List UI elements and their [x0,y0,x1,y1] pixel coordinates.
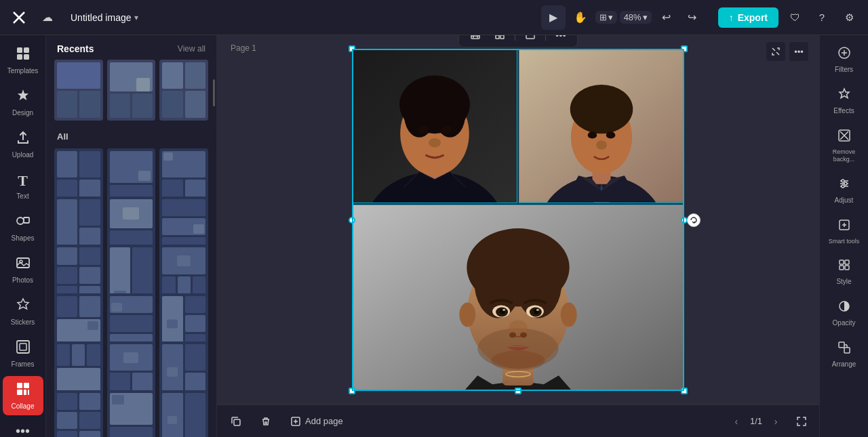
svg-point-73 [842,185,844,188]
prev-page-button[interactable]: ‹ [728,413,745,430]
filters-label: Filters [835,66,853,74]
canvas-more-button[interactable]: ••• [789,42,808,61]
svg-rect-22 [526,35,534,39]
effects-tool[interactable]: Effects [824,82,865,121]
main-area: Templates Design Upload T Text [0,35,868,437]
frame-tool-button[interactable]: ⊞ ▾ [595,11,617,24]
collage-cell-3[interactable] [352,205,684,391]
next-page-button[interactable]: › [768,413,784,430]
frame-tool-button[interactable] [519,35,541,44]
stickers-label: Stickers [11,318,35,326]
svg-rect-2 [17,47,22,53]
app-logo[interactable] [8,7,30,28]
smart-tools-tool[interactable]: Smart tools [824,213,865,251]
design-label: Design [12,109,33,117]
toolbar-divider-2 [545,35,546,41]
canvas-more-icon: ••• [794,47,804,57]
collage-cell-1[interactable] [352,49,517,203]
crop-tool-button[interactable] [465,35,486,44]
right-panel: Filters Effects Remove backg... [819,35,868,437]
undo-icon: ↩ [662,11,671,24]
collage-icon [16,381,31,400]
photos-label: Photos [12,276,33,284]
shield-button[interactable]: 🛡 [784,7,806,28]
opacity-tool[interactable]: Opacity [824,294,865,333]
handle-bottom-left[interactable] [349,388,355,394]
svg-rect-10 [17,341,29,353]
svg-rect-20 [496,35,499,39]
template-thumb-17[interactable] [107,390,156,437]
svg-rect-3 [24,47,29,53]
recent-thumb-1[interactable] [54,60,103,121]
canvas-area: Page 1 ••• [217,35,819,437]
more-options-button[interactable]: ••• [550,35,572,44]
collage-cell-2[interactable] [519,49,684,203]
help-button[interactable]: ? [811,7,833,28]
canvas-content: Page 1 ••• [217,35,819,404]
sidebar-more-button[interactable]: ••• [3,418,43,437]
document-title: Untitled image [71,12,132,23]
arrange-tool[interactable]: Arrange [824,335,865,374]
left-panel: Recents View all [46,35,217,437]
duplicate-page-button[interactable] [225,413,247,430]
smart-tools-icon [837,218,851,235]
template-grid [46,146,216,437]
rotate-handle[interactable] [687,213,701,227]
delete-page-button[interactable] [255,413,277,430]
sidebar-item-frames[interactable]: Frames [3,334,43,373]
redo-button[interactable]: ↪ [680,5,705,30]
fullscreen-button[interactable] [792,412,811,431]
svg-point-62 [459,302,475,327]
add-page-button[interactable]: Add page [285,413,349,430]
view-all-link[interactable]: View all [178,44,205,54]
sidebar-item-templates[interactable]: Templates [3,41,43,80]
prev-icon: ‹ [735,416,738,427]
sidebar-item-upload[interactable]: Upload [3,125,43,164]
svg-rect-80 [839,342,844,348]
adjust-tool[interactable]: Adjust [824,171,865,210]
shapes-icon [16,213,31,232]
svg-point-72 [844,182,847,185]
collage-top-row [352,49,684,203]
effects-label: Effects [833,107,854,115]
settings-button[interactable]: ⚙ [838,7,860,28]
remove-bg-icon [837,129,851,146]
style-tool[interactable]: Style [824,253,865,291]
sidebar-item-text[interactable]: T Text [3,167,43,205]
select-icon: ▶ [549,11,557,24]
expand-canvas-button[interactable] [766,42,785,61]
opacity-label: Opacity [833,319,856,327]
remove-bg-tool[interactable]: Remove backg... [824,123,865,169]
recent-thumb-3[interactable] [159,60,208,121]
template-thumb-18[interactable] [159,390,208,437]
export-button[interactable]: ↑ Export [718,7,778,28]
adjust-label: Adjust [835,196,854,205]
svg-rect-16 [28,390,29,395]
select-tool-button[interactable]: ▶ [541,5,566,30]
handle-middle-left[interactable] [349,217,355,224]
design-icon [16,88,31,106]
sidebar-item-design[interactable]: Design [3,83,43,122]
filters-tool[interactable]: Filters [824,41,865,79]
cloud-save-button[interactable]: ☁ [35,5,60,30]
document-title-area[interactable]: Untitled image ▾ [65,9,144,26]
sidebar-item-photos[interactable]: Photos [3,250,43,289]
sidebar-item-shapes[interactable]: Shapes [3,208,43,247]
undo-button[interactable]: ↩ [654,5,679,30]
grid-tool-button[interactable] [489,35,511,44]
arrange-icon [837,341,851,358]
zoom-control[interactable]: 48% ▾ [620,11,652,24]
collage-frame[interactable] [352,49,684,391]
recent-thumb-2[interactable] [107,60,156,121]
hand-tool-button[interactable]: ✋ [568,5,593,30]
svg-point-32 [429,138,441,148]
arrange-label: Arrange [832,360,856,369]
cloud-icon: ☁ [42,11,53,24]
template-thumb-16[interactable] [54,390,103,437]
handle-bottom-middle[interactable] [515,388,521,394]
handle-bottom-right[interactable] [681,388,688,394]
sidebar-item-stickers[interactable]: Stickers [3,292,43,331]
add-page-label: Add page [305,416,343,426]
sidebar-item-collage[interactable]: Collage [3,376,43,415]
text-label: Text [16,192,28,200]
